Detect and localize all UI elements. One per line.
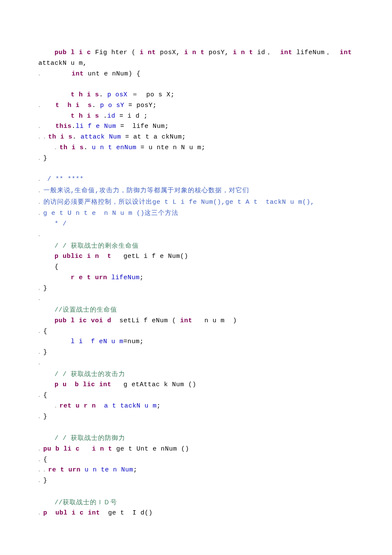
doc-token: ,	[221, 199, 225, 206]
code-line: 。一般来说,生命值,攻击力，防御力等都属于对象的核心数据，对它们	[38, 185, 366, 197]
mk-token: 。	[38, 103, 43, 108]
fld-token: i	[79, 338, 83, 345]
mk-token: 。	[38, 329, 43, 334]
kw-token: i	[92, 445, 96, 453]
kw-token: t	[108, 445, 112, 453]
code-line: 。}	[38, 283, 366, 294]
id-token: d	[141, 509, 145, 517]
id-token: X	[167, 91, 171, 98]
fld-token: o	[108, 102, 112, 109]
doc-token: ,	[95, 187, 99, 194]
code-line: 。的访问必须要严格控制，所以设计出ge t L i fe Num(),ge t …	[38, 197, 366, 208]
id-token: nte	[157, 144, 169, 151]
doc-token: ,	[310, 199, 314, 206]
fld-token: li	[76, 123, 84, 130]
doc-token: 一般来说	[43, 187, 71, 194]
id-token: attackN	[38, 60, 67, 67]
kw-token: this	[55, 123, 72, 130]
kw-token: i	[184, 49, 188, 56]
kw-token: r	[84, 402, 88, 410]
fld-token: n	[113, 466, 117, 474]
id-token: f	[152, 253, 156, 260]
doc-token: A	[245, 199, 250, 206]
doc-token: tackN	[266, 199, 286, 206]
kw-token: b	[55, 445, 60, 453]
mk-token: 。	[38, 124, 43, 129]
id-token: n	[173, 144, 177, 151]
id-token: s	[159, 91, 163, 98]
fld-token: m	[153, 402, 157, 410]
mk-token: 。	[38, 446, 43, 451]
kw-token: int	[99, 381, 112, 388]
id-token: num	[127, 338, 140, 345]
kw-token: urn	[95, 274, 107, 281]
mk-token: 。。	[38, 134, 48, 139]
fld-token: e	[99, 338, 104, 345]
kw-token: urn	[69, 466, 81, 474]
code-line: 。 t h i s. p o sY = posY;	[38, 101, 366, 111]
doc-token: m	[128, 210, 133, 217]
id-token: n	[161, 445, 165, 453]
id-token: u	[189, 144, 193, 151]
kw-token: l	[83, 381, 87, 388]
doc-token: 这三个方法	[144, 209, 179, 216]
kw-token: ic	[79, 317, 87, 324]
doc-token: 攻击力，防御力等都属于对象的核心数据，对它们	[99, 187, 249, 194]
doc-token: g	[43, 210, 48, 217]
kw-token: l	[71, 49, 75, 56]
fld-token: s	[116, 102, 121, 109]
cn-token: ，	[325, 49, 331, 55]
code-line: attackN u m,	[38, 58, 366, 69]
kw-token: int	[280, 49, 293, 56]
kw-token: t	[249, 49, 254, 56]
doc-token: L	[173, 199, 177, 206]
doc-token: n	[104, 210, 108, 217]
doc-token: N	[201, 199, 205, 206]
id-token: u	[213, 317, 217, 324]
code-line: 。th i s. u n t enNum = u nte n N u m;	[38, 143, 366, 153]
mk-token: 。	[38, 71, 43, 76]
mk-token: 。	[38, 232, 43, 237]
kw-token: t	[55, 102, 60, 109]
id-token: Fig	[95, 49, 107, 56]
fld-token: p	[100, 102, 104, 109]
code-line	[38, 422, 366, 433]
fld-token: Num	[121, 466, 133, 474]
kw-token: t	[61, 466, 65, 474]
doc-token: u	[120, 210, 124, 217]
kw-token: int	[72, 70, 84, 78]
code-line: / / 获取战士的攻击力	[38, 369, 366, 380]
kw-token: c	[91, 381, 95, 388]
id-token: posX	[160, 49, 176, 56]
id-token: N	[181, 144, 185, 151]
code-line: 。}	[38, 347, 366, 358]
doc-token: t	[237, 199, 242, 206]
kw-token: pub	[55, 49, 67, 56]
kw-token: e	[79, 274, 83, 281]
kw-token: i	[79, 49, 83, 56]
kw-token: re	[48, 466, 56, 474]
mk-token: 。	[55, 403, 60, 408]
code-line: / / 获取战士的防御力	[38, 433, 366, 444]
kw-token: n	[100, 445, 104, 453]
code-line: 。{	[38, 327, 366, 337]
doc-token: 生命值	[75, 187, 95, 194]
fld-token: a	[104, 402, 108, 410]
id-token: N	[153, 123, 157, 130]
id-token: t	[145, 133, 150, 141]
mk-token: 。	[38, 188, 43, 193]
code-line: 。。th i s. attack Num = at t a ckNum;	[38, 132, 366, 143]
fld-token: u	[144, 402, 149, 410]
code-page: pub l i c Fig hter ( i nt posX, i n t po…	[0, 0, 392, 544]
code-line: pub l i c Fig hter ( i nt posX, i n t po…	[38, 47, 366, 58]
kw-token: l	[71, 317, 75, 324]
fld-token: osX	[115, 91, 128, 98]
kw-token: ublic	[63, 253, 83, 260]
code-line: 。{	[38, 390, 366, 401]
code-line: {	[38, 262, 366, 273]
fld-token: u	[85, 466, 89, 474]
fld-token: m	[119, 338, 124, 345]
cmt-token: /	[55, 435, 59, 442]
kw-token: p	[43, 509, 48, 517]
doc-token: 的访问必须要严格控制，所以设计出	[43, 198, 153, 205]
